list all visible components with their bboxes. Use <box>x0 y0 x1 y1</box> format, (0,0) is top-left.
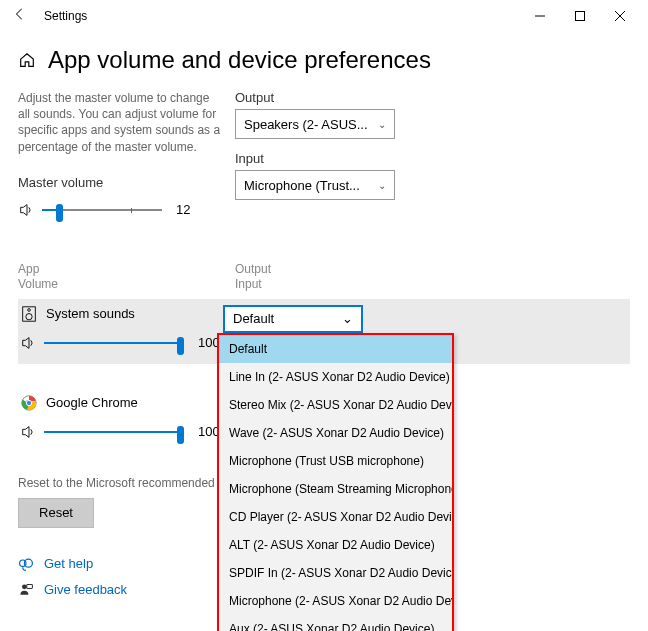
dropdown-item[interactable]: Line In (2- ASUS Xonar D2 Audio Device) <box>219 363 452 391</box>
dropdown-item[interactable]: Microphone (Steam Streaming Microphone) <box>219 475 452 503</box>
help-icon <box>18 556 34 572</box>
titlebar: Settings <box>0 0 648 32</box>
chrome-volume-slider[interactable] <box>44 422 184 442</box>
input-label: Input <box>235 151 435 166</box>
window-title: Settings <box>32 9 520 23</box>
dropdown-item[interactable]: CD Player (2- ASUS Xonar D2 Audio Device… <box>219 503 452 531</box>
reset-button[interactable]: Reset <box>18 498 94 528</box>
system-sounds-output-value: Default <box>233 311 274 326</box>
dropdown-item[interactable]: SPDIF In (2- ASUS Xonar D2 Audio Device) <box>219 559 452 587</box>
header: App volume and device preferences <box>0 32 648 90</box>
minimize-button[interactable] <box>520 1 560 31</box>
chevron-down-icon: ⌄ <box>342 311 353 326</box>
feedback-icon <box>18 582 34 598</box>
app-name-label: Google Chrome <box>46 395 138 410</box>
svg-rect-13 <box>27 584 33 588</box>
svg-point-9 <box>26 400 31 405</box>
input-device-dropdown[interactable]: Default Line In (2- ASUS Xonar D2 Audio … <box>217 333 454 631</box>
svg-rect-1 <box>576 12 585 21</box>
master-volume-slider[interactable] <box>42 200 162 220</box>
dropdown-item[interactable]: ALT (2- ASUS Xonar D2 Audio Device) <box>219 531 452 559</box>
home-icon[interactable] <box>18 51 36 69</box>
chevron-down-icon: ⌄ <box>378 180 386 191</box>
output-selected: Speakers (2- ASUS... <box>244 117 368 132</box>
back-button[interactable] <box>8 7 32 25</box>
dropdown-item[interactable]: Aux (2- ASUS Xonar D2 Audio Device) <box>219 615 452 631</box>
speaker-icon[interactable] <box>20 423 38 441</box>
system-sounds-output-select[interactable]: Default ⌄ <box>223 305 363 333</box>
dropdown-item[interactable]: Microphone (2- ASUS Xonar D2 Audio Devic… <box>219 587 452 615</box>
page-title: App volume and device preferences <box>48 46 431 74</box>
system-sounds-volume-slider[interactable] <box>44 333 184 353</box>
svg-point-6 <box>28 309 31 312</box>
give-feedback-link[interactable]: Give feedback <box>44 582 127 597</box>
system-sounds-icon <box>20 305 38 323</box>
output-label: Output <box>235 90 435 105</box>
svg-point-5 <box>26 313 32 319</box>
master-volume-label: Master volume <box>18 175 223 190</box>
get-help-link[interactable]: Get help <box>44 556 93 571</box>
output-select[interactable]: Speakers (2- ASUS... ⌄ <box>235 109 395 139</box>
maximize-button[interactable] <box>560 1 600 31</box>
input-select[interactable]: Microphone (Trust... ⌄ <box>235 170 395 200</box>
svg-point-12 <box>22 584 27 589</box>
speaker-icon[interactable] <box>18 201 36 219</box>
app-name-label: System sounds <box>46 306 135 321</box>
dropdown-item[interactable]: Microphone (Trust USB microphone) <box>219 447 452 475</box>
chevron-down-icon: ⌄ <box>378 119 386 130</box>
output-column-header: Output Input <box>235 262 435 293</box>
master-volume-value: 12 <box>176 202 190 217</box>
speaker-icon[interactable] <box>20 334 38 352</box>
dropdown-item[interactable]: Default <box>219 335 452 363</box>
chrome-icon <box>20 394 38 412</box>
close-button[interactable] <box>600 1 640 31</box>
description-text: Adjust the master volume to change all s… <box>18 90 223 155</box>
dropdown-item[interactable]: Wave (2- ASUS Xonar D2 Audio Device) <box>219 419 452 447</box>
dropdown-item[interactable]: Stereo Mix (2- ASUS Xonar D2 Audio Devic… <box>219 391 452 419</box>
input-selected: Microphone (Trust... <box>244 178 360 193</box>
app-column-header: App Volume <box>18 262 223 293</box>
